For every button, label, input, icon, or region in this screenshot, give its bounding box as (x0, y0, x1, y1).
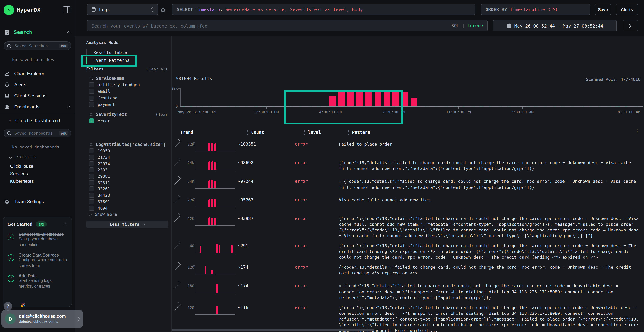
histogram-bar[interactable] (637, 106, 644, 106)
histogram-bar[interactable] (238, 106, 245, 106)
pattern-row[interactable]: 180~174error×{"code":13,"details":"faile… (172, 280, 644, 302)
filter-checkbox[interactable] (89, 89, 94, 94)
drag-handle-icon[interactable] (304, 130, 305, 134)
histogram-bar[interactable] (574, 106, 580, 106)
show-more-link[interactable]: Show more (89, 211, 172, 218)
histogram-bar[interactable] (293, 106, 299, 106)
filter-option[interactable]: 33261 (89, 186, 168, 192)
filter-option[interactable]: 37801 (89, 198, 168, 205)
alerts-button[interactable]: Alerts (616, 4, 638, 15)
table-options-kebab-icon[interactable]: ⋮ (635, 128, 640, 134)
histogram-bar[interactable] (528, 106, 535, 106)
histogram-bar[interactable] (565, 106, 571, 106)
chevron-up-icon[interactable] (64, 223, 67, 226)
save-button[interactable]: Save (595, 4, 611, 15)
get-started-item[interactable]: ✓Add DataStart sending logs, metrics, or… (8, 274, 67, 289)
histogram-bar[interactable] (193, 106, 200, 106)
preset-item-services[interactable]: Services (10, 170, 28, 177)
lang-sql-option[interactable]: SQL (451, 23, 459, 28)
row-expand-chevron-icon[interactable] (172, 302, 181, 311)
histogram-bar[interactable] (365, 92, 372, 106)
histogram-bar[interactable] (392, 91, 399, 106)
histogram-bar[interactable] (429, 106, 435, 106)
histogram-bar[interactable] (465, 106, 472, 106)
histogram-bar[interactable] (411, 98, 417, 106)
horizontal-scrollbar[interactable] (172, 329, 374, 331)
histogram-bar[interactable] (402, 92, 408, 106)
histogram-bar[interactable] (547, 106, 553, 106)
histogram-bar[interactable] (438, 106, 444, 106)
filter-checkbox[interactable] (89, 155, 94, 160)
sidebar-item-chart-explorer[interactable]: Chart Explorer (0, 68, 75, 79)
row-expand-chevron-icon[interactable] (172, 158, 181, 166)
get-started-header[interactable]: Get Started 3/3 (8, 222, 67, 227)
help-button[interactable]: ? (4, 302, 12, 310)
saved-searches-input[interactable]: Saved Searches ⌘K (4, 42, 71, 50)
histogram-bar[interactable] (583, 106, 589, 106)
gear-icon[interactable] (160, 7, 166, 12)
filter-option[interactable]: ✓error (89, 118, 168, 124)
histogram-bar[interactable] (275, 106, 281, 106)
histogram-bar[interactable] (538, 106, 544, 106)
analysis-mode-results-table[interactable]: Results Table (86, 49, 158, 56)
presets-toggle[interactable]: PRESETS (9, 154, 37, 159)
histogram-bar[interactable] (456, 106, 462, 106)
sidebar-item-search[interactable]: Search (4, 28, 70, 36)
filter-option[interactable]: 22974 (89, 161, 168, 167)
sidebar-item-alerts[interactable]: Alerts (0, 79, 75, 90)
histogram-bar[interactable] (510, 106, 517, 106)
drag-handle-icon[interactable] (247, 130, 248, 134)
row-expand-chevron-icon[interactable] (172, 240, 181, 249)
filter-checkbox[interactable] (89, 168, 94, 172)
row-expand-chevron-icon[interactable] (172, 176, 181, 184)
row-expand-chevron-icon[interactable] (172, 280, 181, 289)
row-expand-chevron-icon[interactable] (172, 139, 181, 148)
histogram-bar[interactable] (474, 106, 480, 106)
filter-option[interactable]: 19350 (89, 148, 168, 154)
filter-checkbox[interactable] (89, 186, 94, 192)
histogram-bar[interactable] (592, 106, 598, 106)
column-header-trend[interactable]: Trend (180, 130, 247, 135)
histogram-bar[interactable] (338, 92, 344, 106)
row-expand-chevron-icon[interactable] (172, 213, 181, 222)
preset-item-kubernetes[interactable]: Kubernetes (10, 178, 34, 184)
pattern-row[interactable]: 60~291error{"error":{"code":13,"details"… (172, 240, 644, 262)
preset-item-clickhouse[interactable]: ClickHouse (10, 162, 34, 170)
pattern-row[interactable]: 24K~97244error×{"code":13,"details":"fai… (172, 176, 644, 194)
sql-select-editor[interactable]: SELECT Timestamp, ServiceName as service… (172, 4, 476, 15)
pattern-row[interactable]: 22K~103351errorFailed to place order (172, 138, 644, 157)
get-started-item[interactable]: ✓Create Data SourcesConfigure where your… (8, 253, 67, 268)
histogram-bar[interactable] (601, 106, 608, 106)
filter-option[interactable]: 29081 (89, 173, 168, 180)
filter-option[interactable]: email (89, 88, 168, 95)
filter-option[interactable]: 21734 (89, 154, 168, 160)
create-dashboard-button[interactable]: + Create Dashboard (8, 116, 60, 125)
saved-dashboards-input[interactable]: Saved Dashboards ⌘K (4, 129, 71, 138)
histogram-bar[interactable] (256, 106, 263, 106)
filter-checkbox[interactable] (89, 82, 94, 87)
analysis-mode-event-patterns[interactable]: Event Patterns (86, 56, 158, 64)
search-icon[interactable] (89, 112, 94, 117)
filter-checkbox[interactable] (89, 149, 94, 154)
histogram-bar[interactable] (220, 106, 227, 106)
histogram-bar[interactable] (311, 106, 317, 106)
histogram-bar[interactable] (302, 106, 308, 106)
histogram-bar[interactable] (356, 92, 363, 106)
column-header-count[interactable]: Count (247, 130, 304, 135)
row-expand-chevron-icon[interactable] (172, 194, 181, 203)
histogram-bar[interactable] (483, 106, 490, 106)
filter-option[interactable]: artillery-loadgen (89, 82, 168, 88)
histogram-bar[interactable] (248, 106, 254, 106)
filter-checkbox[interactable] (89, 161, 94, 166)
filter-option[interactable]: 32311 (89, 180, 168, 186)
pattern-row[interactable]: 120~174error{"code":13,"details":"failed… (172, 262, 644, 280)
histogram-bar[interactable] (384, 92, 390, 106)
order-by-editor[interactable]: ORDER BY TimestampTime DESC (481, 4, 590, 15)
pattern-row[interactable]: 22K~95267errorVisa cache full: cannot ad… (172, 194, 644, 213)
chevron-up-icon[interactable] (67, 31, 70, 34)
pattern-row[interactable]: 120~116error{"error":{"code":13,"details… (172, 302, 644, 332)
drag-handle-icon[interactable] (348, 130, 349, 134)
source-select[interactable]: Logs (87, 4, 158, 15)
histogram-bar[interactable] (492, 106, 499, 106)
filter-option[interactable]: payment (89, 101, 168, 108)
